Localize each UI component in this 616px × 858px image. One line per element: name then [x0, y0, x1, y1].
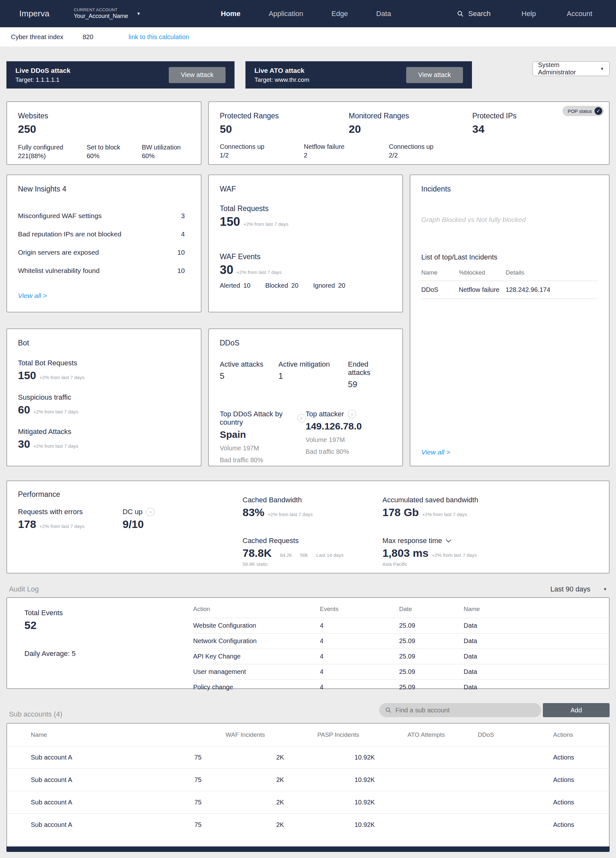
sub-account-row: Sub account A 75 2K 10.92K Actions: [7, 746, 609, 768]
account-switcher[interactable]: CURRENT ACCOUNT Your_Account_Name ▼: [74, 8, 140, 20]
nav-help[interactable]: Help: [521, 9, 536, 18]
incidents-view-all-link[interactable]: View all >: [421, 448, 598, 456]
sub-accounts-title: Sub accounts (4): [9, 710, 62, 718]
equals-circle-icon: =: [297, 414, 306, 423]
imperva-logo: Imperva: [19, 9, 50, 19]
search-icon: [385, 707, 391, 713]
incidents-col-name: Name: [421, 269, 459, 276]
tab-application[interactable]: Application: [269, 9, 303, 18]
insight-item: Whitelist vulnerability found 10: [18, 267, 185, 275]
incidents-title: Incidents: [421, 185, 598, 193]
equals-circle-icon: =: [146, 508, 155, 516]
active-attacks-metric: Active attacks 5: [220, 360, 278, 389]
view-attack-button[interactable]: View attack: [406, 67, 463, 83]
ended-attacks-metric: Ended attacks 59: [348, 360, 391, 389]
nav-account[interactable]: Account: [567, 9, 593, 18]
audit-col-name: Name: [464, 606, 609, 612]
requests-with-errors-metric: Requests with errors 178 +2% from last 7…: [18, 508, 123, 530]
add-sub-account-button[interactable]: Add: [543, 703, 610, 717]
audit-range-dropdown[interactable]: Last 90 days ▼: [550, 585, 607, 594]
incidents-card: Incidents Graph Blocked vs Not fully blo…: [410, 174, 610, 466]
websites-stat: Set to block 60%: [87, 144, 142, 160]
cached-requests-metric: Cached Requests 78.8K 64.2k 50k Last 14 …: [243, 536, 383, 567]
websites-stat: Fully configured 221(88%): [18, 144, 87, 160]
nav-search-label: Search: [468, 9, 491, 18]
connections-up-stat: Connections up 1/2: [220, 143, 304, 159]
ddos-title: DDoS: [220, 339, 391, 347]
sub-col-waf: WAF Incidents: [226, 731, 317, 738]
banner-target: Target: www.thr.com: [254, 75, 309, 84]
sub-account-row: Sub account A 75 2K 10.92K Actions: [7, 813, 609, 836]
tab-data[interactable]: Data: [376, 9, 391, 18]
caret-down-icon: ▼: [600, 67, 604, 71]
pop-status-badge[interactable]: POP status ✓: [562, 106, 604, 116]
protected-ranges-metric: Protected Ranges 50: [220, 112, 349, 135]
incident-row: DDoS Netflow failure 128.242.96.174: [421, 281, 598, 299]
netflow-failure-stat: Netflow failure 2: [304, 143, 389, 159]
top-ddos-country: Top DDoS Attack by country = Spain Volum…: [220, 410, 306, 464]
sub-col-pasp: PASP Incidents: [317, 731, 408, 738]
insights-view-all-link[interactable]: View all >: [18, 292, 47, 300]
cached-bandwidth-metric: Cached Bandwidth 83% +2% from last 7 day…: [243, 496, 383, 519]
live-ddos-attack-banner: Live DDoS attack Target: 1.1.1.1.1 View …: [6, 61, 235, 89]
caret-down-icon: ▼: [136, 11, 140, 16]
performance-title: Performance: [18, 490, 243, 499]
top-country-value: Spain: [220, 429, 306, 440]
top-attacker: Top attacker = 149.126.78.0 Volume 197M …: [306, 410, 392, 464]
sub-accounts-card: Name WAF Incidents PASP Incidents ATO At…: [6, 723, 610, 852]
waf-alerted-stat: Alerted 10: [220, 282, 250, 289]
check-icon: ✓: [594, 107, 602, 115]
audit-row: Website Configuration 4 25.09 Data: [193, 618, 609, 633]
websites-value: 250: [18, 123, 190, 135]
role-dropdown[interactable]: System Administrator ▼: [533, 61, 610, 76]
role-dropdown-value: System Administrator: [538, 61, 597, 76]
view-attack-button[interactable]: View attack: [169, 67, 226, 83]
daily-average: Daily Average: 5: [24, 650, 193, 658]
waf-title: WAF: [220, 185, 391, 193]
audit-table: Action Events Date Name Website Configur…: [193, 598, 609, 688]
protected-ips-metric: Protected IPs 34: [472, 112, 516, 135]
threat-calculation-link[interactable]: link to this calculation: [129, 33, 189, 41]
websites-title: Websites: [18, 112, 190, 120]
total-bot-requests-metric: Total Bot Requests 150 +2% from last 7 d…: [18, 359, 190, 382]
row-actions-link[interactable]: Actions: [553, 821, 609, 828]
sub-accounts-footer-bar: [6, 846, 610, 852]
live-ato-attack-banner: Live ATO attack Target: www.thr.com View…: [246, 61, 472, 89]
sub-account-search-input[interactable]: [395, 707, 535, 714]
threat-index-label: Cyber threat index: [11, 33, 63, 41]
performance-card: Performance Requests with errors 178 +2%…: [6, 480, 610, 574]
waf-blocked-stat: Blocked 20: [265, 282, 299, 289]
banner-title: Live ATO attack: [254, 66, 309, 75]
audit-row: Policy change 4 25.09 Data: [193, 679, 609, 695]
row-actions-link[interactable]: Actions: [553, 776, 609, 783]
waf-total-requests-label: Total Requests: [220, 204, 391, 213]
dc-up-metric: DC up = 9/10: [123, 508, 155, 530]
current-account-label: CURRENT ACCOUNT: [74, 8, 128, 12]
total-events-value: 52: [24, 619, 193, 631]
new-insights-card: New Insights 4 Misconfigured WAF setting…: [6, 174, 201, 312]
saved-bandwidth-metric: Accumulated saved bandwidth 178 Gb +2% f…: [383, 496, 598, 519]
incidents-col-blocked: %blocked: [459, 269, 506, 276]
audit-row: Network Configuration 4 25.09 Data: [193, 633, 609, 648]
bot-card: Bot Total Bot Requests 150 +2% from last…: [6, 328, 201, 466]
waf-total-requests-delta: +2% from last 7 days: [243, 221, 288, 227]
mitigated-attacks-metric: Mitigated Attacks 30 +2% from last 7 day…: [18, 427, 190, 450]
websites-stat: BW utilization 60%: [142, 144, 180, 160]
suspicious-traffic-metric: Suspicious traffic 60 +2% from last 7 da…: [18, 393, 190, 416]
waf-events-delta: +2% from last 7 days: [236, 269, 282, 275]
insight-item: Origin servers are exposed 10: [18, 249, 185, 256]
sub-col-ddos: DDoS: [478, 731, 553, 738]
incidents-graph-placeholder: Graph Blocked vs Not fully blocked: [421, 216, 598, 224]
nav-search[interactable]: Search: [457, 9, 491, 18]
websites-card: Websites 250 Fully configured 221(88%) S…: [6, 101, 201, 165]
cyber-threat-bar: Cyber threat index 820 link to this calc…: [0, 27, 616, 47]
row-actions-link[interactable]: Actions: [553, 754, 609, 761]
row-actions-link[interactable]: Actions: [553, 799, 609, 806]
waf-card: WAF Total Requests 150 +2% from last 7 d…: [208, 174, 403, 312]
caret-down-icon: ▼: [603, 587, 607, 591]
sub-account-search[interactable]: [379, 703, 541, 717]
waf-total-requests-value: 150: [220, 215, 240, 229]
tab-home[interactable]: Home: [221, 9, 240, 18]
tab-edge[interactable]: Edge: [331, 9, 348, 18]
chevron-down-icon[interactable]: [446, 537, 451, 543]
